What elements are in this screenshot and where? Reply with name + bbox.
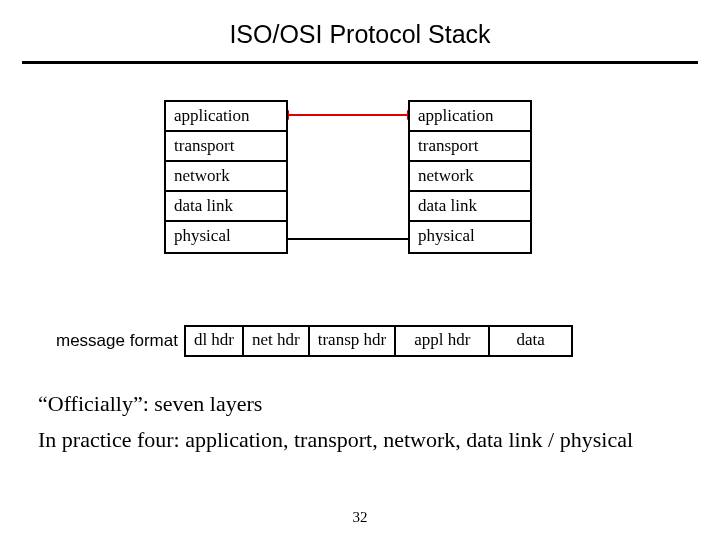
hdr-data: data: [490, 327, 570, 355]
layer-physical: physical: [166, 222, 286, 252]
hdr-appl: appl hdr: [396, 327, 490, 355]
body-line-1: “Officially”: seven layers: [38, 390, 262, 418]
protocol-stacks: application transport network data link …: [0, 100, 720, 300]
hdr-dl: dl hdr: [186, 327, 244, 355]
stack-left: application transport network data link …: [164, 100, 288, 254]
application-link-line: [288, 114, 408, 116]
slide-title: ISO/OSI Protocol Stack: [0, 0, 720, 61]
layer-application: application: [410, 102, 530, 132]
layer-datalink: data link: [166, 192, 286, 222]
layer-datalink: data link: [410, 192, 530, 222]
message-format-row: message format dl hdr net hdr transp hdr…: [56, 325, 573, 357]
page-number: 32: [0, 509, 720, 526]
layer-network: network: [410, 162, 530, 192]
hdr-transp: transp hdr: [310, 327, 396, 355]
layer-transport: transport: [166, 132, 286, 162]
message-format-cells: dl hdr net hdr transp hdr appl hdr data: [184, 325, 573, 357]
message-format-label: message format: [56, 331, 178, 351]
title-rule: [22, 61, 698, 64]
physical-link-line: [288, 238, 408, 240]
layer-physical: physical: [410, 222, 530, 252]
stack-right: application transport network data link …: [408, 100, 532, 254]
body-line-2: In practice four: application, transport…: [38, 426, 682, 454]
layer-transport: transport: [410, 132, 530, 162]
hdr-net: net hdr: [244, 327, 310, 355]
layer-network: network: [166, 162, 286, 192]
layer-application: application: [166, 102, 286, 132]
